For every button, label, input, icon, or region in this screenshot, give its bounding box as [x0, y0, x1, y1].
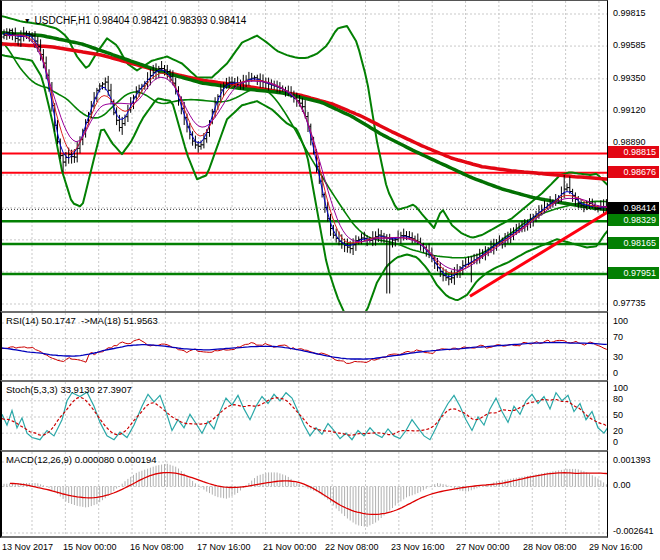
y-axis-tick: 70 [613, 332, 623, 342]
x-axis-label: 13 Nov 2017 [2, 542, 53, 552]
x-axis-label: 21 Nov 00:00 [263, 542, 317, 552]
x-axis-label: 22 Nov 08:00 [325, 542, 379, 552]
stochastic-panel[interactable]: Stoch(5,3,3) 33.9130 27.3907 [0, 380, 608, 450]
price-level-badge: 0.98676 [608, 166, 659, 178]
symbol-ohlc-text: USDCHF,H1 0.98404 0.98421 0.98393 0.9841… [35, 15, 247, 26]
macd-histogram [4, 464, 606, 527]
rsi-ma-line [2, 342, 607, 359]
x-axis-label: 16 Nov 08:00 [130, 542, 184, 552]
price-level-badge: 0.97951 [608, 267, 659, 279]
macd-panel[interactable]: MACD(12,26,9) 0.000080 0.000194 [0, 450, 608, 538]
symbol-dropdown-icon[interactable]: ▼ [24, 17, 31, 24]
time-axis[interactable]: 13 Nov 201715 Nov 00:0016 Nov 08:0017 No… [0, 538, 660, 560]
chart-title-overlay: ▼USDCHF,H1 0.98404 0.98421 0.98393 0.984… [7, 4, 246, 37]
y-axis-tick: 0 [613, 368, 618, 378]
x-axis-label: 29 Nov 16:00 [589, 542, 643, 552]
y-axis-tick: -0.002641 [613, 526, 654, 536]
x-axis-label: 23 Nov 16:00 [391, 542, 445, 552]
y-axis-tick: 0.97735 [613, 298, 646, 308]
trend-line [470, 211, 607, 296]
y-axis-tick: 0.99815 [613, 8, 646, 18]
current-price-badge: 0.98414 [608, 202, 659, 214]
y-axis-tick: 20 [613, 426, 623, 436]
y-axis-tick: 0 [613, 437, 618, 447]
y-axis-tick: 0.99350 [613, 73, 646, 83]
fast-ma-blue-line [3, 34, 607, 277]
stochastic-label: Stoch(5,3,3) 33.9130 27.3907 [6, 384, 132, 395]
main-chart-panel[interactable]: ▼USDCHF,H1 0.98404 0.98421 0.98393 0.984… [0, 0, 608, 311]
trading-chart-window: ▼USDCHF,H1 0.98404 0.98421 0.98393 0.984… [0, 0, 660, 560]
y-axis-tick: 100 [613, 383, 628, 393]
x-axis-label: 17 Nov 16:00 [197, 542, 251, 552]
bollinger-lower-line [2, 55, 607, 311]
price-level-badge: 0.98165 [608, 237, 659, 249]
rsi-label: RSI(14) 50.1747 ->MA(18) 51.9563 [6, 315, 158, 326]
y-axis-tick: 100 [613, 316, 628, 326]
x-axis-label: 27 Nov 00:00 [456, 542, 510, 552]
price-axis[interactable]: 0.998150.995850.993500.991200.988900.977… [608, 0, 660, 538]
main-chart-canvas[interactable] [2, 1, 607, 311]
y-axis-tick: 0.99120 [613, 105, 646, 115]
x-axis-label: 28 Nov 08:00 [523, 542, 577, 552]
y-axis-tick: 0.001393 [613, 455, 651, 465]
price-level-badge: 0.98329 [608, 214, 659, 226]
y-axis-tick: 50 [613, 410, 623, 420]
stoch-k-line [2, 392, 607, 440]
rsi-panel[interactable]: RSI(14) 50.1747 ->MA(18) 51.9563 [0, 311, 608, 380]
x-axis-label: 15 Nov 00:00 [63, 542, 117, 552]
y-axis-tick: 0.99585 [613, 40, 646, 50]
price-level-badge: 0.98815 [608, 146, 659, 158]
macd-label: MACD(12,26,9) 0.000080 0.000194 [6, 454, 157, 465]
y-axis-tick: 30 [613, 352, 623, 362]
y-axis-tick: 80 [613, 394, 623, 404]
y-axis-tick: 0.00 [613, 480, 631, 490]
